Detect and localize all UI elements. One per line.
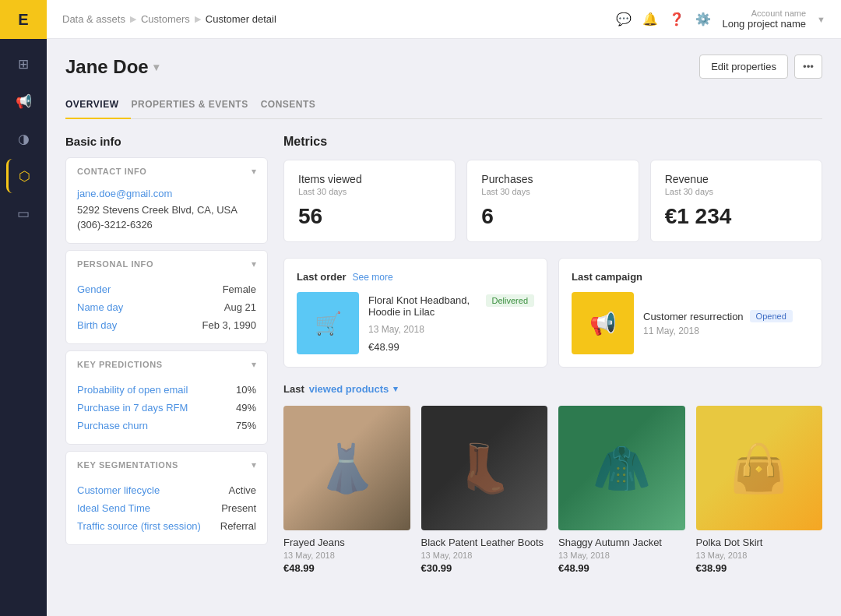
database-icon[interactable]: ⬡ <box>6 159 40 193</box>
prediction-churn-row: Purchase churn 75% <box>77 417 256 435</box>
chart-icon[interactable]: ◑ <box>6 121 40 156</box>
metric-purchases: Purchases Last 30 days 6 <box>466 160 639 242</box>
key-segmentations-caret-icon: ▾ <box>252 459 256 470</box>
last-campaign-label: Last campaign <box>572 271 642 283</box>
key-predictions-section: Key Predictions ▾ Probability of open em… <box>65 350 268 445</box>
more-options-button[interactable]: ••• <box>794 55 822 79</box>
viewed-products-caret-icon[interactable]: ▾ <box>393 384 398 394</box>
folder-icon[interactable]: ▭ <box>6 196 40 231</box>
prediction-churn-label[interactable]: Purchase churn <box>77 420 148 431</box>
product-price-0: €48.99 <box>283 562 410 574</box>
message-icon[interactable]: 💬 <box>616 12 632 26</box>
last-order-title: Last order See more <box>297 271 534 283</box>
megaphone-icon[interactable]: 📢 <box>6 84 40 118</box>
seg-send-time-row: Ideal Send Time Present <box>77 499 256 517</box>
personal-birthday-label: Birth day <box>77 319 117 331</box>
metric-items-viewed-label: Items viewed <box>298 173 441 185</box>
last-order-label: Last order <box>297 271 347 283</box>
contact-info-header[interactable]: Contact info ▾ <box>66 158 267 185</box>
order-date: 13 May, 2018 <box>368 324 534 335</box>
page-header: Jane Doe ▾ Edit properties ••• <box>65 55 822 79</box>
seg-lifecycle-label[interactable]: Customer lifecycle <box>77 484 160 496</box>
key-predictions-header[interactable]: Key Predictions ▾ <box>66 351 267 378</box>
customer-name: Jane Doe <box>65 56 149 78</box>
product-name-0: Frayed Jeans <box>283 537 410 548</box>
product-image-0: 👗 <box>283 406 410 530</box>
breadcrumb-data-assets[interactable]: Data & assets <box>62 13 125 25</box>
viewed-products-link[interactable]: viewed products <box>309 383 389 395</box>
personal-gender-label: Gender <box>77 283 111 295</box>
prediction-open-email-row: Probability of open email 10% <box>77 381 256 399</box>
order-card: 🛒 Floral Knot Headband, Hoodie in Lilac … <box>297 292 534 354</box>
prediction-open-email-value: 10% <box>236 384 256 396</box>
product-card-0: 👗 Frayed Jeans 13 May, 2018 €48.99 <box>283 406 410 574</box>
key-segmentations-header[interactable]: Key Segmentations ▾ <box>66 452 267 478</box>
personal-birthday-row: Birth day Feb 3, 1990 <box>77 316 256 334</box>
tab-properties-events[interactable]: Properties & Events <box>131 91 260 119</box>
project-name: Long project name <box>722 18 806 30</box>
order-info: Floral Knot Headband, Hoodie in Lilac De… <box>368 294 534 353</box>
metric-purchases-period: Last 30 days <box>481 187 624 196</box>
right-column: Metrics Items viewed Last 30 days 56 Pur… <box>283 135 822 574</box>
title-caret-icon[interactable]: ▾ <box>153 61 159 73</box>
metric-revenue-value: €1 234 <box>665 204 808 229</box>
product-card-3: 👜 Polka Dot Skirt 13 May, 2018 €38.99 <box>696 406 823 574</box>
metric-items-viewed-period: Last 30 days <box>298 187 441 196</box>
product-date-1: 13 May, 2018 <box>421 551 548 560</box>
prediction-open-email-label[interactable]: Probability of open email <box>77 384 188 396</box>
personal-nameday-value: Aug 21 <box>224 301 256 313</box>
seg-send-time-label[interactable]: Ideal Send Time <box>77 502 150 514</box>
contact-email[interactable]: jane.doe@gmail.com <box>77 188 256 199</box>
key-segmentations-label: Key Segmentations <box>77 460 178 470</box>
personal-gender-value: Female <box>223 283 256 295</box>
product-price-1: €30.99 <box>421 562 548 574</box>
contact-info-caret-icon: ▾ <box>252 166 256 177</box>
help-icon[interactable]: ❓ <box>669 12 684 26</box>
contact-address: 5292 Stevens Creek Blvd, CA, USA <box>77 204 256 216</box>
settings-icon[interactable]: ⚙️ <box>695 12 711 26</box>
viewed-title-static: Last <box>283 383 304 395</box>
sidebar: E ⊞ 📢 ◑ ⬡ ▭ <box>0 0 47 616</box>
products-grid: 👗 Frayed Jeans 13 May, 2018 €48.99 👢 Bla… <box>283 406 822 574</box>
campaign-name-row: Customer resurrection Opened <box>643 310 809 322</box>
breadcrumb-sep-1: ▶ <box>130 14 136 24</box>
bell-icon[interactable]: 🔔 <box>642 12 658 26</box>
personal-nameday-row: Name day Aug 21 <box>77 298 256 316</box>
key-predictions-label: Key Predictions <box>77 360 163 369</box>
seg-traffic-label[interactable]: Traffic source (first session) <box>77 520 201 532</box>
product-figure-2: 🧥 <box>558 406 685 530</box>
metric-items-viewed-value: 56 <box>298 204 441 229</box>
campaign-date: 11 May, 2018 <box>643 326 809 336</box>
account-dropdown-icon[interactable]: ▼ <box>817 15 825 24</box>
product-name-3: Polka Dot Skirt <box>696 537 823 548</box>
tab-consents[interactable]: Consents <box>261 91 329 119</box>
key-predictions-body: Probability of open email 10% Purchase i… <box>66 378 267 444</box>
grid-icon[interactable]: ⊞ <box>6 47 40 81</box>
see-more-link[interactable]: See more <box>353 272 393 283</box>
seg-traffic-row: Traffic source (first session) Referral <box>77 517 256 535</box>
contact-info-body: jane.doe@gmail.com 5292 Stevens Creek Bl… <box>66 185 267 243</box>
metric-revenue-label: Revenue <box>665 173 808 185</box>
tab-overview[interactable]: Overview <box>65 91 131 119</box>
content-area: Jane Doe ▾ Edit properties ••• Overview … <box>47 39 841 616</box>
key-segmentations-section: Key Segmentations ▾ Customer lifecycle A… <box>65 451 268 545</box>
product-figure-3: 👜 <box>696 406 823 530</box>
prediction-churn-value: 75% <box>236 420 256 431</box>
personal-info-header[interactable]: Personal info ▾ <box>66 251 267 277</box>
contact-info-label: Contact info <box>77 167 147 176</box>
breadcrumb: Data & assets ▶ Customers ▶ Customer det… <box>62 13 276 25</box>
prediction-rfm-label[interactable]: Purchase in 7 days RFM <box>77 402 188 414</box>
personal-nameday-label: Name day <box>77 301 123 313</box>
seg-send-time-value: Present <box>221 502 256 514</box>
edit-properties-button[interactable]: Edit properties <box>699 55 788 79</box>
metric-purchases-value: 6 <box>481 204 624 229</box>
product-price-3: €38.99 <box>696 562 823 574</box>
metric-revenue-period: Last 30 days <box>665 187 808 196</box>
topbar: Data & assets ▶ Customers ▶ Customer det… <box>47 0 841 39</box>
product-image-3: 👜 <box>696 406 823 530</box>
main-area: Data & assets ▶ Customers ▶ Customer det… <box>47 0 841 616</box>
sidebar-logo[interactable]: E <box>0 0 47 39</box>
breadcrumb-customers[interactable]: Customers <box>141 13 190 25</box>
account-info[interactable]: Account name Long project name <box>722 9 806 30</box>
product-name-2: Shaggy Autumn Jacket <box>558 537 685 548</box>
